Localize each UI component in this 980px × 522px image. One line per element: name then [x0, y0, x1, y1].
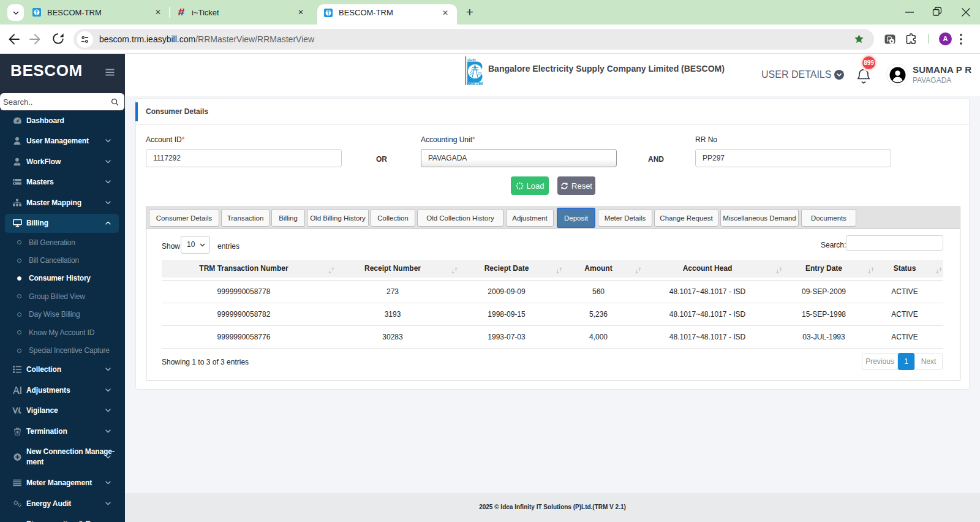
svg-text:ಬೆವಿಕಂ: ಬೆವಿಕಂ: [467, 58, 476, 61]
svg-text:BESCOM: BESCOM: [467, 81, 483, 86]
